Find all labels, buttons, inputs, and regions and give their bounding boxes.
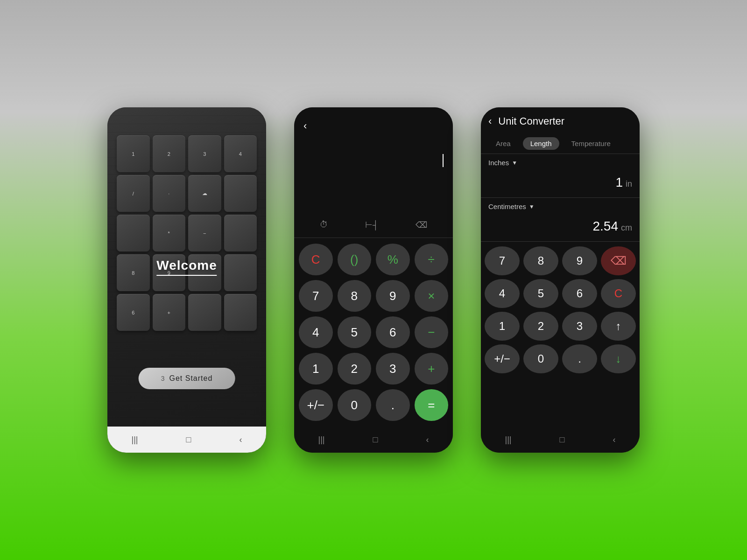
calc-key-14[interactable]: 3 xyxy=(376,353,410,385)
phone-unit-converter: ‹ Unit Converter AreaLengthTemperature I… xyxy=(481,107,640,453)
to-value: 2.54 xyxy=(593,219,619,234)
calculator-keypad: C()%÷789×456−123++/−0.= xyxy=(294,238,453,427)
uc-key-9[interactable]: 2 xyxy=(523,312,558,341)
welcome-screen: 1 2 3 4 / · ☁ * − 8 9 6 + Welcome 3 xyxy=(107,107,266,427)
kb-key-12 xyxy=(224,215,257,252)
kb-key-16 xyxy=(224,254,257,291)
unit-converter-header: ‹ Unit Converter xyxy=(481,107,640,135)
kb-key-10: * xyxy=(153,215,186,252)
kb-key-13: 8 xyxy=(117,254,150,291)
get-started-num: 3 xyxy=(161,375,165,382)
kb-key-18: + xyxy=(153,294,186,331)
calculator-display xyxy=(294,145,453,212)
calc-key-8[interactable]: 4 xyxy=(299,316,333,348)
calc-key-13[interactable]: 2 xyxy=(338,353,372,385)
kb-key-1: 1 xyxy=(117,135,150,172)
uc-key-12[interactable]: +/− xyxy=(485,344,520,373)
calc-key-16[interactable]: +/− xyxy=(299,389,333,421)
kb-key-19 xyxy=(188,294,221,331)
ruler-icon[interactable]: ⊢┤ xyxy=(365,220,379,230)
calc-key-9[interactable]: 5 xyxy=(338,316,372,348)
calculator-cursor xyxy=(443,154,444,167)
backspace-icon[interactable]: ⌫ xyxy=(416,220,427,230)
kb-key-7: ☁ xyxy=(188,175,221,212)
unit-converter-back-button[interactable]: ‹ xyxy=(488,115,492,127)
calc-key-3[interactable]: ÷ xyxy=(415,244,449,275)
calc-key-11[interactable]: − xyxy=(415,316,449,348)
to-unit-abbr: cm xyxy=(621,223,632,233)
phone2-nav-lines-icon[interactable]: ||| xyxy=(318,435,325,445)
to-unit-dropdown-arrow[interactable]: ▼ xyxy=(529,203,535,210)
calc-key-4[interactable]: 7 xyxy=(299,280,333,312)
welcome-overlay: Welcome xyxy=(156,258,217,276)
uc-key-0[interactable]: 7 xyxy=(485,246,520,275)
calc-key-5[interactable]: 8 xyxy=(338,280,372,312)
kb-key-20 xyxy=(224,294,257,331)
kb-key-4: 4 xyxy=(224,135,257,172)
calc-key-15[interactable]: + xyxy=(415,353,449,385)
uc-key-11[interactable]: ↑ xyxy=(601,312,636,341)
from-value-row: 1 in xyxy=(481,171,640,197)
phone1-nav-bar: ||| □ ‹ xyxy=(107,427,266,453)
calc-key-2[interactable]: % xyxy=(376,244,410,275)
uc-key-4[interactable]: 4 xyxy=(485,279,520,308)
uc-key-7[interactable]: C xyxy=(601,279,636,308)
uc-key-5[interactable]: 5 xyxy=(523,279,558,308)
calc-key-7[interactable]: × xyxy=(415,280,449,312)
nav-back-icon[interactable]: ‹ xyxy=(239,435,242,445)
to-unit-row: Centimetres ▼ xyxy=(481,198,640,215)
unit-converter-tabs: AreaLengthTemperature xyxy=(481,135,640,154)
phone-calculator: ‹ ⏱ ⊢┤ ⌫ C()%÷789×456−123++/−0.= ||| □ ‹ xyxy=(294,107,453,453)
from-unit-dropdown-arrow[interactable]: ▼ xyxy=(512,160,517,166)
uc-key-10[interactable]: 3 xyxy=(562,312,597,341)
uc-key-15[interactable]: ↓ xyxy=(601,344,636,373)
phone3-nav-back-icon[interactable]: ‹ xyxy=(613,435,615,445)
kb-key-3: 3 xyxy=(188,135,221,172)
from-unit-abbr: in xyxy=(626,179,632,189)
nav-home-icon[interactable]: □ xyxy=(186,435,191,445)
clock-icon[interactable]: ⏱ xyxy=(320,220,328,230)
phone2-nav-bar: ||| □ ‹ xyxy=(294,427,453,453)
nav-lines-icon[interactable]: ||| xyxy=(132,435,138,445)
calc-key-18[interactable]: . xyxy=(376,389,410,421)
uc-key-13[interactable]: 0 xyxy=(523,344,558,373)
uc-key-2[interactable]: 9 xyxy=(562,246,597,275)
to-value-row: 2.54 cm xyxy=(481,215,640,241)
kb-key-9 xyxy=(117,215,150,252)
from-unit-row: Inches ▼ xyxy=(481,154,640,171)
kb-key-8 xyxy=(224,175,257,212)
calc-key-10[interactable]: 6 xyxy=(376,316,410,348)
uc-tab-length[interactable]: Length xyxy=(523,137,559,150)
kb-key-17: 6 xyxy=(117,294,150,331)
uc-key-1[interactable]: 8 xyxy=(523,246,558,275)
phone2-nav-back-icon[interactable]: ‹ xyxy=(426,435,429,445)
calc-key-19[interactable]: = xyxy=(415,389,449,421)
phone3-nav-lines-icon[interactable]: ||| xyxy=(505,435,512,445)
phone-welcome: 1 2 3 4 / · ☁ * − 8 9 6 + Welcome 3 xyxy=(107,107,266,453)
from-unit-label: Inches xyxy=(488,159,509,167)
calc-key-6[interactable]: 9 xyxy=(376,280,410,312)
kb-key-5: / xyxy=(117,175,150,212)
calc-key-0[interactable]: C xyxy=(299,244,333,275)
get-started-button[interactable]: 3 Get Started xyxy=(139,368,235,389)
from-value: 1 xyxy=(615,175,623,190)
phone2-nav-home-icon[interactable]: □ xyxy=(373,435,378,445)
uc-tab-area[interactable]: Area xyxy=(488,137,518,150)
welcome-text: Welcome xyxy=(156,258,217,276)
calc-key-12[interactable]: 1 xyxy=(299,353,333,385)
phone3-nav-home-icon[interactable]: □ xyxy=(560,435,565,445)
uc-tab-temperature[interactable]: Temperature xyxy=(564,137,618,150)
uc-key-6[interactable]: 6 xyxy=(562,279,597,308)
uc-key-14[interactable]: . xyxy=(562,344,597,373)
unit-converter-keypad: 789⌫456C123↑+/−0.↓ xyxy=(481,242,640,375)
kb-key-2: 2 xyxy=(153,135,186,172)
to-unit-label: Centimetres xyxy=(488,203,526,210)
calc-key-17[interactable]: 0 xyxy=(338,389,372,421)
unit-converter-title: Unit Converter xyxy=(498,115,564,127)
calc-key-1[interactable]: () xyxy=(338,244,372,275)
uc-key-3[interactable]: ⌫ xyxy=(601,246,636,275)
kb-key-11: − xyxy=(188,215,221,252)
calculator-back-button[interactable]: ‹ xyxy=(303,120,307,132)
calculator-toolbar: ⏱ ⊢┤ ⌫ xyxy=(294,212,453,238)
uc-key-8[interactable]: 1 xyxy=(485,312,520,341)
